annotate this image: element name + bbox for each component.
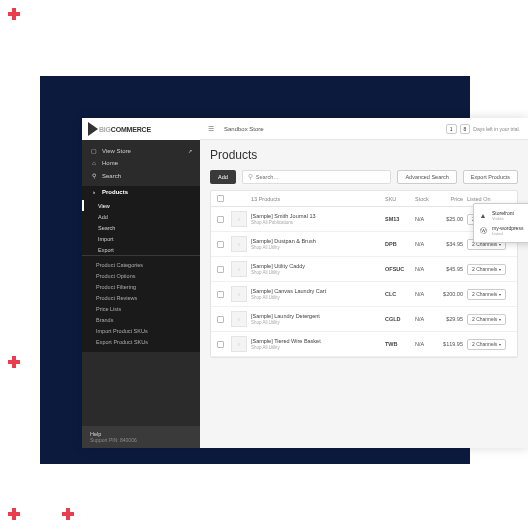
product-thumbnail[interactable]: ▫ — [231, 286, 247, 302]
channels-cell: 2 Channels — [467, 314, 511, 325]
product-thumbnail[interactable]: ▫ — [231, 236, 247, 252]
nav-search[interactable]: ⚲Search — [82, 169, 200, 182]
subnav-options[interactable]: Product Options — [82, 270, 200, 281]
plus-decoration — [198, 484, 210, 496]
subnav-categories[interactable]: Product Categories — [82, 259, 200, 270]
product-name-cell[interactable]: [Sample] Laundry DetergentShop All.Utili… — [251, 313, 385, 325]
product-name-cell[interactable]: [Sample] Canvas Laundry CartShop All.Uti… — [251, 288, 385, 300]
plus-decoration — [360, 32, 372, 44]
channels-button[interactable]: 2 Channels — [467, 289, 506, 300]
subnav-reviews[interactable]: Product Reviews — [82, 292, 200, 303]
channels-cell: 2 Channels — [467, 289, 511, 300]
row-checkbox[interactable] — [217, 316, 224, 323]
row-checkbox[interactable] — [217, 216, 224, 223]
store-icon: ▢ — [90, 147, 98, 154]
product-thumbnail[interactable]: ▫ — [231, 211, 247, 227]
subnav-pricelists[interactable]: Price Lists — [82, 303, 200, 314]
channels-button[interactable]: 2 Channels — [467, 339, 506, 350]
channels-dropdown: ▲ StorefrontVisible ⓦ my-wordpressListed — [473, 203, 528, 243]
channels-button[interactable]: 2 Channels — [467, 264, 506, 275]
plus-decoration — [8, 356, 20, 368]
sku-cell: CGLD — [385, 316, 415, 322]
products-table: 13 Products SKU Stock Price Listed On ▫[… — [210, 190, 518, 358]
plus-decoration — [252, 484, 264, 496]
product-name-cell[interactable]: [Sample] Utility CaddyShop All.Utility — [251, 263, 385, 275]
table-row: ▫[Sample] Canvas Laundry CartShop All.Ut… — [211, 282, 517, 307]
add-button[interactable]: Add — [210, 170, 236, 184]
col-listed: Listed On — [467, 196, 511, 202]
product-name-cell[interactable]: [Sample] Smith Journal 13Shop All.Public… — [251, 213, 385, 225]
col-stock: Stock — [415, 196, 437, 202]
sku-cell: DPB — [385, 241, 415, 247]
subnav-import[interactable]: Import — [82, 233, 200, 244]
product-thumbnail[interactable]: ▫ — [231, 311, 247, 327]
nav-home[interactable]: ⌂Home — [82, 157, 200, 169]
home-icon: ⌂ — [90, 160, 98, 166]
table-row: ▫[Sample] Utility CaddyShop All.UtilityO… — [211, 257, 517, 282]
subnav-view[interactable]: View — [82, 200, 200, 211]
export-button[interactable]: Export Products — [463, 170, 518, 184]
price-cell: $45.95 — [437, 266, 467, 272]
product-name-cell[interactable]: [Sample] Tiered Wire BasketShop All.Util… — [251, 338, 385, 350]
price-cell: $34.95 — [437, 241, 467, 247]
product-thumbnail[interactable]: ▫ — [231, 336, 247, 352]
search-box[interactable]: ⚲ — [242, 170, 392, 184]
plus-decoration — [20, 302, 32, 314]
subnav-add[interactable]: Add — [82, 211, 200, 222]
price-cell: $200.00 — [437, 291, 467, 297]
advanced-search-button[interactable]: Advanced Search — [397, 170, 456, 184]
row-checkbox[interactable] — [217, 266, 224, 273]
plus-decoration — [20, 140, 32, 152]
plus-decoration — [20, 464, 32, 476]
dropdown-item-storefront[interactable]: ▲ StorefrontVisible — [478, 208, 528, 223]
plus-decoration — [20, 86, 32, 98]
help-panel[interactable]: Help Support PIN: 840006 — [82, 426, 200, 448]
nav-view-store[interactable]: ▢View Store — [82, 144, 200, 157]
stock-cell: N/A — [415, 266, 437, 272]
plus-decoration — [198, 32, 210, 44]
row-checkbox[interactable] — [217, 291, 224, 298]
col-name: 13 Products — [251, 196, 385, 202]
plus-decoration — [468, 32, 480, 44]
subnav-import-skus[interactable]: Import Product SKUs — [82, 325, 200, 336]
table-row: ▫[Sample] Tiered Wire BasketShop All.Uti… — [211, 332, 517, 357]
menu-icon[interactable]: ☰ — [208, 125, 214, 133]
search-input[interactable] — [256, 174, 386, 180]
sku-cell: TWB — [385, 341, 415, 347]
subnav-export[interactable]: Export — [82, 244, 200, 255]
chevron-right-icon: › — [90, 189, 98, 195]
plus-decoration — [414, 484, 426, 496]
select-all-checkbox[interactable] — [217, 195, 224, 202]
plus-decoration — [20, 194, 32, 206]
product-name-cell[interactable]: [Sample] Dustpan & BrushShop All.Utility — [251, 238, 385, 250]
trial-status: 1 8 Days left in your trial. — [446, 124, 520, 134]
channels-button[interactable]: 2 Channels — [467, 314, 506, 325]
plus-decoration — [36, 484, 48, 496]
plus-decoration — [414, 32, 426, 44]
brand-logo[interactable]: BIGCOMMERCE — [82, 118, 200, 140]
product-thumbnail[interactable]: ▫ — [231, 261, 247, 277]
price-cell: $119.95 — [437, 341, 467, 347]
nav-products[interactable]: ›Products — [82, 186, 200, 198]
subnav-filtering[interactable]: Product Filtering — [82, 281, 200, 292]
table-row: ▫[Sample] Dustpan & BrushShop All.Utilit… — [211, 232, 517, 257]
wordpress-icon: ⓦ — [478, 226, 488, 236]
table-row: ▫[Sample] Laundry DetergentShop All.Util… — [211, 307, 517, 332]
col-price: Price — [437, 196, 467, 202]
row-checkbox[interactable] — [217, 241, 224, 248]
plus-decoration — [252, 32, 264, 44]
plus-decoration — [20, 410, 32, 422]
search-icon: ⚲ — [248, 173, 253, 181]
subnav-export-skus[interactable]: Export Product SKUs — [82, 336, 200, 347]
plus-decoration — [8, 8, 20, 20]
subnav-search[interactable]: Search — [82, 222, 200, 233]
plus-decoration — [8, 508, 20, 520]
dropdown-item-wordpress[interactable]: ⓦ my-wordpressListed — [478, 223, 528, 238]
plus-decoration — [90, 484, 102, 496]
plus-decoration — [306, 484, 318, 496]
toolbar: Add ⚲ Advanced Search Export Products — [210, 170, 518, 184]
price-cell: $25.00 — [437, 216, 467, 222]
row-checkbox[interactable] — [217, 341, 224, 348]
subnav-brands[interactable]: Brands — [82, 314, 200, 325]
plus-decoration — [90, 32, 102, 44]
